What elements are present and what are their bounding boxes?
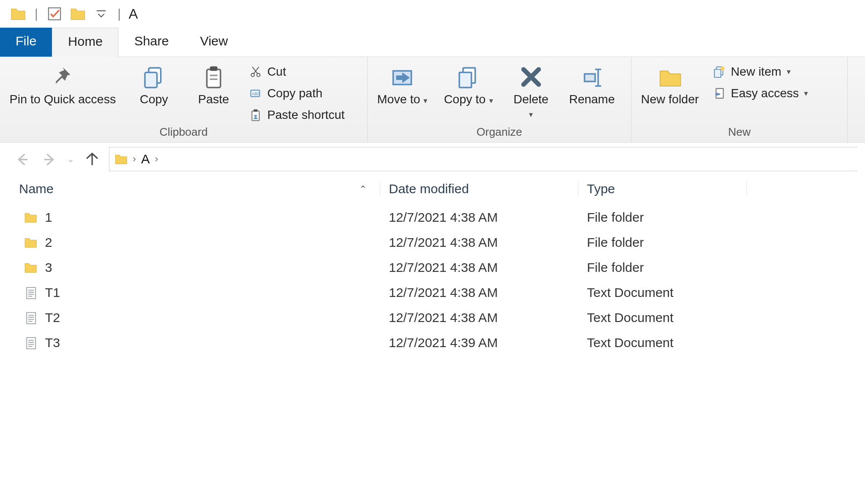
breadcrumb-folder[interactable]: A <box>141 152 150 166</box>
file-date: 12/7/2021 4:39 AM <box>380 335 578 350</box>
rename-button[interactable]: Rename <box>565 62 619 109</box>
forward-button[interactable] <box>40 150 59 169</box>
dropdown-caret-icon: ▾ <box>787 67 791 77</box>
address-bar[interactable]: › A › <box>109 147 857 171</box>
folder-icon <box>115 153 128 166</box>
file-row[interactable]: T112/7/2021 4:38 AMText Document <box>0 280 865 305</box>
paste-shortcut-button[interactable]: Paste shortcut <box>247 107 346 123</box>
organize-group-label: Organize <box>373 124 626 141</box>
delete-label: Delete <box>513 93 548 106</box>
column-date-label: Date modified <box>389 182 469 196</box>
file-name: T2 <box>45 310 60 325</box>
nav-bar: ⌄ › A › <box>0 143 865 175</box>
file-name: T1 <box>45 285 60 300</box>
text-document-icon <box>23 285 38 300</box>
file-name: 3 <box>45 260 52 275</box>
file-row[interactable]: T312/7/2021 4:39 AMText Document <box>0 330 865 355</box>
recent-locations-button[interactable]: ⌄ <box>67 153 74 165</box>
new-folder-label: New folder <box>641 93 699 106</box>
folder-icon <box>23 260 38 275</box>
file-name: 2 <box>45 235 52 250</box>
column-header-date[interactable]: Date modified <box>380 182 578 196</box>
column-header-name[interactable]: Name ⌃ <box>0 182 380 196</box>
file-row[interactable]: 112/7/2021 4:38 AMFile folder <box>0 205 865 230</box>
ribbon-group-organize: Move to ▾ Copy to ▾ Delete▾ Rename Organ… <box>368 57 631 142</box>
paste-label: Paste <box>198 93 229 106</box>
chevron-right-icon[interactable]: › <box>155 153 158 165</box>
file-row[interactable]: 312/7/2021 4:38 AMFile folder <box>0 255 865 280</box>
folder-icon <box>23 235 38 250</box>
column-header-type[interactable]: Type <box>578 182 746 196</box>
copy-to-button[interactable]: Copy to ▾ <box>439 62 497 109</box>
copy-path-label: Copy path <box>267 86 323 100</box>
column-header-size[interactable] <box>746 182 865 196</box>
app-folder-icon <box>10 5 27 22</box>
text-document-icon <box>23 335 38 350</box>
file-date: 12/7/2021 4:38 AM <box>380 260 578 275</box>
tab-home[interactable]: Home <box>52 28 119 57</box>
file-name: 1 <box>45 210 52 225</box>
file-date: 12/7/2021 4:38 AM <box>380 210 578 225</box>
dropdown-caret-icon: ▾ <box>529 110 533 119</box>
text-document-icon <box>23 310 38 325</box>
back-button[interactable] <box>13 150 32 169</box>
file-type: File folder <box>578 235 746 250</box>
pin-label: Pin to Quick access <box>10 93 116 106</box>
easy-access-button[interactable]: Easy access ▾ <box>711 86 810 101</box>
ribbon: Pin to Quick access Copy Paste Cut Copy … <box>0 57 865 143</box>
paste-shortcut-label: Paste shortcut <box>267 108 345 122</box>
folder-icon <box>23 210 38 225</box>
ribbon-group-new: New folder New item ▾ Easy access ▾ New <box>631 57 848 142</box>
move-to-label: Move to <box>377 93 420 106</box>
context-folder-icon <box>69 5 86 22</box>
copy-button[interactable]: Copy <box>128 62 180 109</box>
properties-icon[interactable] <box>46 5 63 22</box>
file-date: 12/7/2021 4:38 AM <box>380 235 578 250</box>
window-title: A <box>129 6 138 22</box>
file-row[interactable]: T212/7/2021 4:38 AMText Document <box>0 305 865 330</box>
file-row[interactable]: 212/7/2021 4:38 AMFile folder <box>0 230 865 255</box>
column-headers: Name ⌃ Date modified Type <box>0 175 865 205</box>
new-folder-button[interactable]: New folder <box>637 62 703 109</box>
file-type: File folder <box>578 210 746 225</box>
file-date: 12/7/2021 4:38 AM <box>380 285 578 300</box>
title-bar: | | A <box>0 0 865 28</box>
file-date: 12/7/2021 4:38 AM <box>380 310 578 325</box>
chevron-right-icon[interactable]: › <box>133 153 136 165</box>
tab-share[interactable]: Share <box>119 28 184 57</box>
tab-view[interactable]: View <box>184 28 243 57</box>
separator: | <box>116 6 123 21</box>
separator: | <box>33 6 40 21</box>
new-group-label: New <box>637 124 842 141</box>
up-button[interactable] <box>82 150 101 169</box>
copy-to-label: Copy to <box>444 93 486 106</box>
cut-button[interactable]: Cut <box>247 64 346 80</box>
new-item-button[interactable]: New item ▾ <box>711 64 810 80</box>
column-type-label: Type <box>587 182 615 196</box>
dropdown-caret-icon: ▾ <box>804 89 808 98</box>
tab-file[interactable]: File <box>0 28 52 57</box>
cut-label: Cut <box>267 65 286 79</box>
clipboard-group-label: Clipboard <box>5 124 362 141</box>
dropdown-caret-icon: ▾ <box>423 96 427 105</box>
file-name: T3 <box>45 335 60 350</box>
file-type: Text Document <box>578 335 746 350</box>
file-type: Text Document <box>578 310 746 325</box>
delete-button[interactable]: Delete▾ <box>505 62 557 123</box>
sort-ascending-icon: ⌃ <box>359 184 380 194</box>
qat-dropdown-icon[interactable] <box>93 5 110 22</box>
easy-access-label: Easy access <box>731 86 799 100</box>
pin-to-quick-access-button[interactable]: Pin to Quick access <box>5 62 120 109</box>
paste-button[interactable]: Paste <box>188 62 240 109</box>
ribbon-group-clipboard: Pin to Quick access Copy Paste Cut Copy … <box>0 57 368 142</box>
copy-path-button[interactable]: Copy path <box>247 86 346 101</box>
file-type: File folder <box>578 260 746 275</box>
ribbon-tabs: File Home Share View <box>0 28 865 57</box>
rename-label: Rename <box>569 93 615 106</box>
file-type: Text Document <box>578 285 746 300</box>
copy-label: Copy <box>140 93 168 106</box>
file-list: 112/7/2021 4:38 AMFile folder212/7/2021 … <box>0 205 865 355</box>
dropdown-caret-icon: ▾ <box>489 96 493 105</box>
new-item-label: New item <box>731 65 782 79</box>
move-to-button[interactable]: Move to ▾ <box>373 62 432 109</box>
